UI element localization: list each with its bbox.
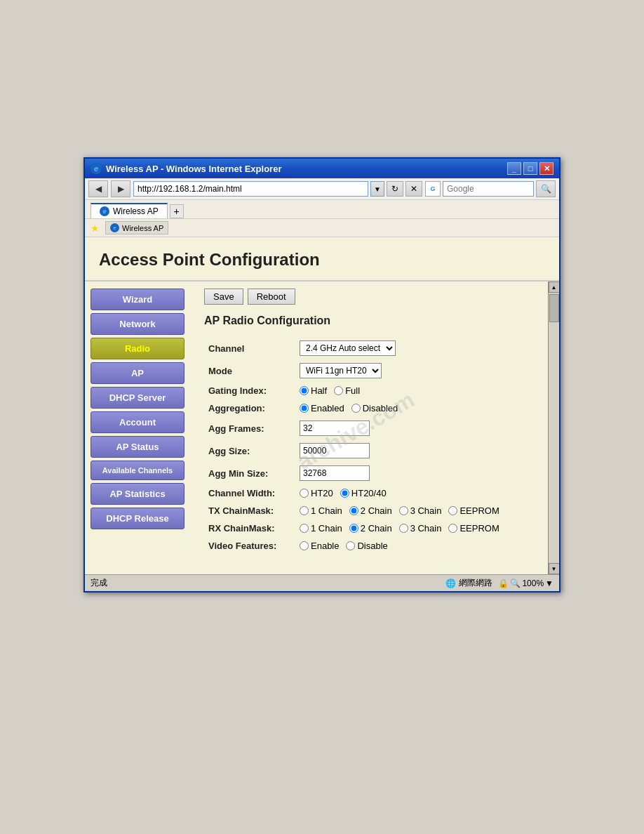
mode-select[interactable]: WiFi 11gn HT20 WiFi 11b WiFi 11g bbox=[300, 363, 382, 378]
vertical-scrollbar: ▲ ▼ bbox=[548, 282, 559, 574]
video-features-row: Video Features: Enable Disabl bbox=[204, 537, 534, 555]
video-features-radio-group: Enable Disable bbox=[300, 541, 530, 551]
maximize-button[interactable]: □ bbox=[523, 162, 537, 175]
title-bar-left: e Wireless AP - Windows Internet Explore… bbox=[90, 163, 281, 174]
zone-icon: 🌐 bbox=[445, 578, 456, 588]
address-dropdown[interactable]: ▼ bbox=[370, 181, 384, 197]
cw-ht2040-label[interactable]: HT20/40 bbox=[340, 488, 387, 498]
aggregation-disabled-label[interactable]: Disabled bbox=[351, 403, 398, 413]
gating-full-radio[interactable] bbox=[334, 386, 343, 395]
forward-button[interactable]: ▶ bbox=[111, 180, 130, 197]
rx-3chain-radio[interactable] bbox=[399, 524, 408, 533]
cw-ht20-label[interactable]: HT20 bbox=[300, 488, 333, 498]
tab-label: Wireless AP bbox=[113, 206, 159, 216]
save-button[interactable]: Save bbox=[204, 289, 243, 305]
rx-1chain-radio[interactable] bbox=[300, 524, 309, 533]
sidebar-item-account[interactable]: Account bbox=[90, 411, 185, 433]
search-input[interactable] bbox=[443, 181, 534, 197]
back-button[interactable]: ◀ bbox=[88, 180, 108, 197]
gating-half-radio[interactable] bbox=[300, 386, 309, 395]
gating-label: Gating Index: bbox=[204, 382, 295, 399]
agg-frames-input[interactable] bbox=[300, 421, 370, 436]
channel-select[interactable]: 2.4 GHz Auto select 1 6 11 bbox=[300, 340, 396, 356]
status-right: 🌐 網際網路 🔒 🔍 100% ▼ bbox=[445, 577, 554, 589]
tx-1chain-label[interactable]: 1 Chain bbox=[300, 505, 342, 516]
config-form: Channel 2.4 GHz Auto select 1 6 11 bbox=[204, 337, 534, 555]
tx-eeprom-radio[interactable] bbox=[448, 506, 457, 515]
rx-eeprom-radio[interactable] bbox=[448, 524, 457, 533]
sidebar-item-dhcp-release[interactable]: DHCP Release bbox=[90, 508, 185, 529]
sidebar-item-ap-statistics[interactable]: AP Statistics bbox=[90, 483, 185, 505]
vf-disable-label[interactable]: Disable bbox=[346, 541, 387, 551]
close-button[interactable]: ✕ bbox=[539, 162, 554, 175]
rx-3chain-label[interactable]: 3 Chain bbox=[399, 523, 442, 534]
favorites-wireless-ap[interactable]: e Wireless AP bbox=[105, 221, 168, 234]
status-text: 完成 bbox=[90, 577, 107, 589]
favorites-star-icon: ★ bbox=[90, 223, 100, 234]
tx-eeprom-text: EEPROM bbox=[459, 505, 499, 516]
scrollbar-thumb[interactable] bbox=[549, 294, 559, 322]
rx-eeprom-text: EEPROM bbox=[459, 523, 499, 534]
aggregation-enabled-label[interactable]: Enabled bbox=[300, 403, 344, 413]
ie-logo-icon: e bbox=[90, 163, 102, 174]
sidebar-item-dhcp-server[interactable]: DHCP Server bbox=[90, 387, 185, 409]
vf-disable-radio[interactable] bbox=[346, 541, 355, 550]
zone-info: 🌐 網際網路 bbox=[445, 577, 492, 589]
address-bar: ▼ ↻ ✕ bbox=[133, 181, 422, 197]
tx-2chain-radio[interactable] bbox=[349, 506, 358, 515]
mode-row: Mode WiFi 11gn HT20 WiFi 11b WiFi 11g bbox=[204, 359, 534, 382]
scrollbar-down-button[interactable]: ▼ bbox=[549, 563, 560, 574]
sidebar-item-radio[interactable]: Radio bbox=[90, 338, 185, 359]
fav-ie-icon: e bbox=[110, 223, 119, 232]
sidebar-item-network[interactable]: Network bbox=[90, 313, 185, 335]
zoom-control[interactable]: 🔒 🔍 100% ▼ bbox=[498, 578, 554, 588]
sidebar-item-ap[interactable]: AP bbox=[90, 362, 185, 384]
sidebar-item-available-channels[interactable]: Available Channels bbox=[90, 461, 185, 480]
rx-2chain-label[interactable]: 2 Chain bbox=[349, 523, 392, 534]
tx-1chain-radio[interactable] bbox=[300, 506, 309, 515]
sidebar-item-ap-status[interactable]: AP Status bbox=[90, 436, 185, 458]
aggregation-disabled-radio[interactable] bbox=[351, 404, 361, 413]
tx-3chain-label[interactable]: 3 Chain bbox=[399, 505, 442, 516]
channel-label: Channel bbox=[204, 337, 295, 359]
rx-1chain-label[interactable]: 1 Chain bbox=[300, 523, 342, 534]
sidebar-item-wizard[interactable]: Wizard bbox=[90, 289, 185, 310]
tx-eeprom-label[interactable]: EEPROM bbox=[448, 505, 499, 516]
tx-3chain-radio[interactable] bbox=[399, 506, 408, 515]
tx-chainmask-row: TX ChainMask: 1 Chain 2 Chain bbox=[204, 502, 534, 519]
rx-eeprom-label[interactable]: EEPROM bbox=[448, 523, 499, 534]
refresh-button[interactable]: ↻ bbox=[387, 181, 403, 197]
reboot-button[interactable]: Reboot bbox=[248, 289, 295, 305]
stop-button[interactable]: ✕ bbox=[405, 181, 422, 197]
agg-min-size-label: Agg Min Size: bbox=[204, 462, 295, 484]
gating-full-label[interactable]: Full bbox=[334, 385, 360, 396]
mode-label: Mode bbox=[204, 359, 295, 382]
video-features-label: Video Features: bbox=[204, 537, 295, 555]
agg-size-label: Agg Size: bbox=[204, 439, 295, 462]
gating-half-label[interactable]: Half bbox=[300, 385, 327, 396]
rx-chainmask-radio-group: 1 Chain 2 Chain 3 Chain bbox=[300, 523, 530, 534]
tx-3chain-text: 3 Chain bbox=[410, 505, 442, 516]
search-button[interactable]: 🔍 bbox=[536, 180, 556, 197]
agg-size-input[interactable] bbox=[300, 443, 370, 458]
vf-enable-label[interactable]: Enable bbox=[300, 541, 339, 551]
aggregation-enabled-radio[interactable] bbox=[300, 404, 309, 413]
new-tab-button[interactable]: + bbox=[170, 204, 184, 218]
tab-wireless-ap[interactable]: e Wireless AP bbox=[90, 203, 168, 218]
cw-ht2040-text: HT20/40 bbox=[351, 488, 387, 498]
agg-min-size-input[interactable] bbox=[300, 465, 370, 481]
vf-enable-radio[interactable] bbox=[300, 541, 309, 550]
aggregation-radio-group: Enabled Disabled bbox=[300, 403, 530, 413]
cw-ht2040-radio[interactable] bbox=[340, 489, 349, 498]
lock-icon: 🔒 bbox=[498, 578, 509, 588]
tab-ie-icon: e bbox=[100, 206, 109, 216]
tx-2chain-label[interactable]: 2 Chain bbox=[349, 505, 392, 516]
address-input[interactable] bbox=[133, 181, 368, 197]
minimize-button[interactable]: _ bbox=[507, 162, 521, 175]
cw-ht20-radio[interactable] bbox=[300, 489, 309, 498]
vf-enable-text: Enable bbox=[311, 541, 339, 551]
title-bar: e Wireless AP - Windows Internet Explore… bbox=[85, 159, 559, 178]
rx-2chain-radio[interactable] bbox=[349, 524, 358, 533]
favorites-bar: ★ e Wireless AP bbox=[85, 219, 559, 237]
scrollbar-up-button[interactable]: ▲ bbox=[549, 282, 560, 293]
